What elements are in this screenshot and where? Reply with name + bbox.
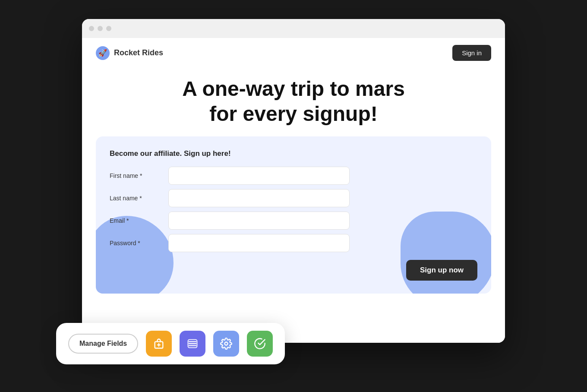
gear-icon: [220, 338, 232, 350]
form-card: Become our affiliate. Sign up here! Firs…: [96, 136, 491, 294]
first-name-input[interactable]: [168, 167, 350, 185]
logo-text: Rocket Rides: [114, 48, 163, 57]
sign-in-button[interactable]: Sign in: [452, 45, 491, 61]
email-input[interactable]: [168, 212, 350, 230]
titlebar: [82, 19, 505, 38]
email-row: Email *: [110, 212, 477, 230]
logo-icon: 🚀: [96, 46, 110, 60]
password-input[interactable]: [168, 234, 350, 252]
check-circle-icon: [254, 338, 266, 350]
last-name-input[interactable]: [168, 189, 350, 207]
traffic-light-yellow: [98, 26, 103, 31]
settings-button[interactable]: [213, 331, 239, 357]
add-field-button[interactable]: [146, 331, 172, 357]
list-icon: [186, 338, 199, 350]
logo: 🚀 Rocket Rides: [96, 46, 163, 60]
password-row: Password *: [110, 234, 477, 252]
signup-button[interactable]: Sign up now: [406, 260, 477, 281]
list-button[interactable]: [180, 331, 205, 357]
last-name-label: Last name *: [110, 195, 161, 202]
hero-title: A one-way trip to mars for every signup!: [82, 76, 505, 126]
hero-section: A one-way trip to mars for every signup!: [82, 68, 505, 136]
traffic-light-green: [106, 26, 111, 31]
last-name-row: Last name *: [110, 189, 477, 207]
manage-fields-button[interactable]: Manage Fields: [68, 334, 138, 354]
browser-window: 🚀 Rocket Rides Sign in A one-way trip to…: [82, 19, 505, 343]
first-name-label: First name *: [110, 172, 161, 179]
plus-jar-icon: [153, 338, 165, 350]
password-label: Password *: [110, 240, 161, 247]
form-title: Become our affiliate. Sign up here!: [110, 149, 477, 158]
toolbar-card: Manage Fields: [56, 323, 285, 364]
email-label: Email *: [110, 217, 161, 224]
first-name-row: First name *: [110, 167, 477, 185]
check-button[interactable]: [247, 331, 273, 357]
navbar: 🚀 Rocket Rides Sign in: [82, 38, 505, 68]
svg-point-7: [225, 342, 228, 345]
form-inner: Become our affiliate. Sign up here! Firs…: [110, 149, 477, 252]
browser-content: 🚀 Rocket Rides Sign in A one-way trip to…: [82, 38, 505, 343]
traffic-light-red: [89, 26, 94, 31]
